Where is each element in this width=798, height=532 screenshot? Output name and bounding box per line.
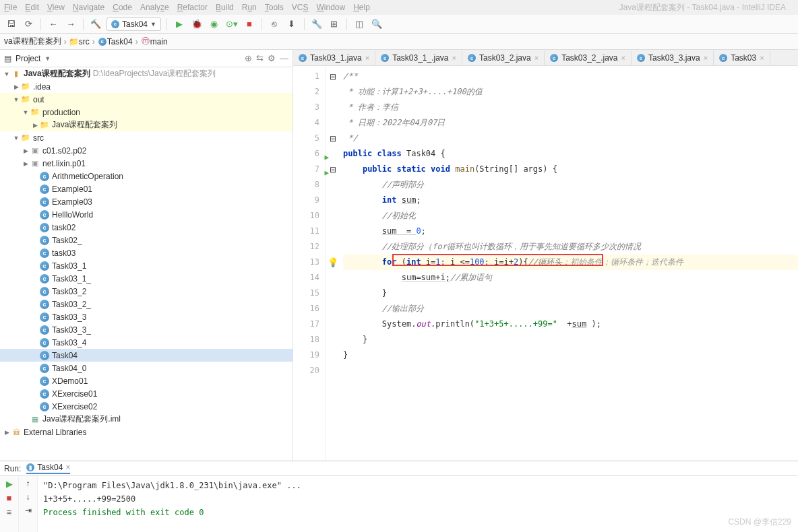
profile-icon[interactable]: ⊙▾ (225, 18, 239, 31)
menu-tools[interactable]: Tools (265, 3, 284, 12)
tab-Task03_2_.java[interactable]: cTask03_2_.java× (545, 51, 632, 65)
tree-production[interactable]: ▼📁production (0, 106, 293, 119)
tree-pkg1[interactable]: ▶▣c01.s02.p02 (0, 144, 293, 157)
up-icon[interactable]: ↑ (26, 479, 30, 488)
settings-icon[interactable]: ⚙ (268, 53, 276, 63)
crumb-method[interactable]: main (150, 37, 168, 46)
vcs-icon[interactable]: ⎋ (268, 18, 281, 31)
coverage-icon[interactable]: ◉ (208, 18, 221, 31)
menu-edit[interactable]: Edit (25, 3, 39, 12)
code-editor[interactable]: /** * 功能：计算1+2+3+....+100的值 * 作者：李信 * 日期… (340, 66, 798, 461)
tree-idea[interactable]: ▶📁.idea (0, 80, 293, 93)
tab-Task03_2.java[interactable]: cTask03_2.java× (462, 51, 545, 65)
tree-file-Task03_4[interactable]: cTask03_4 (0, 336, 293, 349)
tree-root[interactable]: ▼▮ Java课程配套案列 D:\IdeaProjects\Java课程配套案列 (0, 67, 293, 80)
save-icon[interactable]: 🖫 (4, 18, 18, 31)
tree-file-ArithmeticOperation[interactable]: cArithmeticOperation (0, 170, 293, 182)
tree-src[interactable]: ▼📁src (0, 131, 293, 144)
tree-prod-child[interactable]: ▶📁Java课程配套案列 (0, 119, 293, 131)
run-icon[interactable]: ▶ (173, 18, 186, 31)
menu-view[interactable]: View (47, 3, 65, 12)
close-icon[interactable]: × (365, 54, 369, 62)
close-tab-icon[interactable]: × (65, 463, 70, 472)
layout-icon[interactable]: ◫ (352, 18, 366, 31)
down-icon[interactable]: ↓ (26, 492, 30, 502)
tree-file-Task03_2[interactable]: cTask03_2 (0, 285, 293, 298)
refresh-icon[interactable]: ⟳ (22, 18, 35, 31)
tree-file-task02[interactable]: ctask02 (0, 221, 293, 234)
run-config-dropdown[interactable]: c Task04 ▼ (106, 18, 161, 31)
commit-icon[interactable]: ⬇ (285, 18, 299, 31)
java-class-icon: c (111, 20, 119, 28)
run-gutter-icon[interactable]: ▶ (324, 149, 329, 165)
menu-file[interactable]: File (4, 3, 17, 12)
bulb-icon[interactable]: 💡 (328, 257, 338, 267)
run-gutter-icon[interactable]: ▶ (324, 165, 329, 180)
tree-file-HellloWorld[interactable]: cHellloWorld (0, 208, 293, 221)
menu-code[interactable]: Code (113, 3, 132, 12)
close-icon[interactable]: × (452, 54, 456, 62)
close-icon[interactable]: × (760, 54, 764, 62)
hide-icon[interactable]: — (280, 53, 288, 63)
menu-window[interactable]: Window (316, 3, 345, 12)
crumb-project[interactable]: va课程配套案列 (4, 36, 61, 47)
tree-file-Task03_3[interactable]: cTask03_3 (0, 310, 293, 323)
menu-build[interactable]: Build (216, 3, 234, 12)
crumb-src[interactable]: src (79, 37, 90, 46)
console-output[interactable]: "D:\Program Files\Java\jdk1.8.0_231\bin\… (38, 476, 798, 532)
stop-run-icon[interactable]: ■ (7, 493, 12, 503)
select-opened-icon[interactable]: ⊕ (245, 53, 252, 63)
build-icon[interactable]: 🔨 (89, 18, 102, 31)
layout-icon[interactable]: ≡ (7, 507, 12, 517)
tree-file-XExercise01[interactable]: cXExercise01 (0, 387, 293, 400)
tab-Task03_1_.java[interactable]: cTask03_1_.java× (375, 51, 462, 65)
crumb-class[interactable]: Task04 (107, 37, 133, 46)
close-icon[interactable]: × (704, 54, 708, 62)
forward-icon[interactable]: → (64, 18, 78, 31)
collapse-icon[interactable]: ⇆ (256, 53, 264, 63)
run-label: Run: (4, 464, 21, 473)
tree-file-Task03_2_[interactable]: cTask03_2_ (0, 298, 293, 310)
tree-file-task03[interactable]: ctask03 (0, 246, 293, 259)
wrap-icon[interactable]: ⇥ (25, 506, 32, 515)
tree-file-Example01[interactable]: cExample01 (0, 182, 293, 195)
tab-Task03_1.java[interactable]: cTask03_1.java× (293, 51, 375, 65)
tree-ext-lib[interactable]: ▶🏛External Libraries (0, 426, 293, 438)
project-sidebar: ▤ Project ▼ ⊕ ⇆ ⚙ — ▼▮ Java课程配套案列 D:\Ide… (0, 50, 293, 461)
tree-file-Task03_1_[interactable]: cTask03_1_ (0, 272, 293, 285)
rerun-icon[interactable]: ▶ (6, 479, 13, 489)
tree-out[interactable]: ▼📁out (0, 93, 293, 106)
tree-file-Task02_[interactable]: cTask02_ (0, 234, 293, 246)
run-tab-name[interactable]: Task04 (37, 463, 63, 472)
close-icon[interactable]: × (621, 54, 625, 62)
tab-Task03_3.java[interactable]: cTask03_3.java× (632, 51, 714, 65)
menu-vcs[interactable]: VCS (292, 3, 309, 12)
menu-help[interactable]: Help (353, 3, 370, 12)
gutter: 12345 6▶ 7▶ 89101112 1314151617181920 (293, 66, 326, 461)
tree-file-Task03_3_[interactable]: cTask03_3_ (0, 323, 293, 336)
tree-file-XDemo01[interactable]: cXDemo01 (0, 374, 293, 387)
editor-tabs: cTask03_1.java×cTask03_1_.java×cTask03_2… (293, 50, 798, 66)
stop-icon[interactable]: ■ (243, 18, 256, 31)
back-icon[interactable]: ← (47, 18, 60, 31)
wrench-icon[interactable]: 🔧 (310, 18, 324, 31)
tree-file-Example03[interactable]: cExample03 (0, 195, 293, 208)
tree-file-Task04[interactable]: cTask04 (0, 349, 293, 362)
tree-iml[interactable]: ▦Java课程配套案列.iml (0, 413, 293, 426)
project-tree[interactable]: ▼▮ Java课程配套案列 D:\IdeaProjects\Java课程配套案列… (0, 67, 293, 461)
menu-run[interactable]: Run (242, 3, 257, 12)
menu-navigate[interactable]: Navigate (73, 3, 104, 12)
menu-refactor[interactable]: Refactor (177, 3, 208, 12)
breadcrumb: va课程配套案列 › 📁 src › c Task04 › ⓜ main (0, 34, 798, 50)
tree-file-Task04_0[interactable]: cTask04_0 (0, 362, 293, 374)
tree-file-Task03_1[interactable]: cTask03_1 (0, 259, 293, 272)
debug-icon[interactable]: 🐞 (190, 18, 204, 31)
menu-analyze[interactable]: Analyze (140, 3, 169, 12)
structure-icon[interactable]: ⊞ (328, 18, 341, 31)
run-panel: Run: ▮ Task04 × ▶ ■ ≡ ↑ ↓ ⇥ "D:\Program … (0, 461, 798, 532)
tab-Task03[interactable]: cTask03× (714, 51, 770, 65)
tree-file-XExercise02[interactable]: cXExercise02 (0, 400, 293, 413)
close-icon[interactable]: × (534, 54, 539, 62)
search-icon[interactable]: 🔍 (370, 18, 383, 31)
tree-pkg2[interactable]: ▶▣net.lixin.p01 (0, 157, 293, 170)
